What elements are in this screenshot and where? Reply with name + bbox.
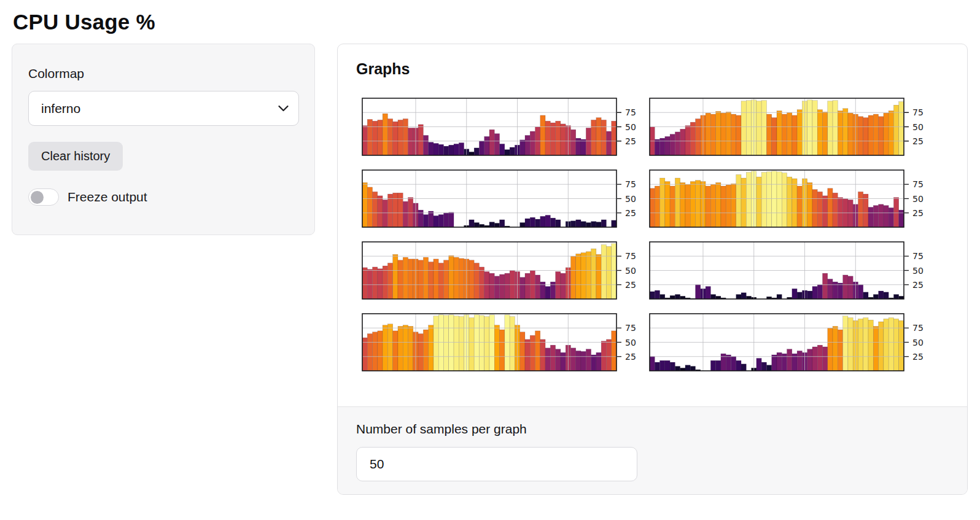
ytick-label: 50 [912, 194, 924, 204]
ytick-label: 50 [625, 338, 636, 347]
ytick-label: 50 [912, 122, 924, 132]
cpu-graph-graph-3: 255075 [362, 169, 644, 228]
graphs-grid: 2550752550752550752550752550752550752550… [362, 98, 967, 372]
ytick-label: 25 [625, 280, 636, 290]
ytick-label: 75 [625, 251, 636, 261]
ytick-label: 25 [912, 280, 924, 290]
main-layout: Colormap inferno Clear history Freeze ou… [0, 44, 980, 495]
ytick-label: 75 [912, 323, 924, 333]
cpu-graph-cell: 255075 [649, 169, 931, 228]
samples-input[interactable] [356, 447, 637, 481]
graphs-heading: Graphs [356, 60, 967, 78]
cpu-graph-cell: 255075 [649, 241, 931, 300]
cpu-graph-cell: 255075 [362, 241, 644, 300]
clear-history-button[interactable]: Clear history [28, 142, 123, 171]
ytick-label: 75 [625, 107, 636, 117]
ytick-label: 25 [912, 208, 924, 218]
ytick-label: 75 [912, 107, 924, 117]
ytick-label: 25 [912, 352, 924, 362]
cpu-graph-graph-1: 255075 [362, 98, 644, 157]
cpu-graph-graph-8: 255075 [649, 313, 931, 372]
colormap-label: Colormap [28, 66, 297, 81]
cpu-graph-graph-5: 255075 [362, 241, 644, 300]
cpu-graph-graph-2: 255075 [649, 98, 931, 157]
cpu-graph-graph-6: 255075 [649, 241, 931, 300]
toggle-knob [31, 191, 44, 204]
ytick-label: 75 [912, 179, 924, 189]
ytick-label: 25 [912, 136, 924, 146]
ytick-label: 25 [625, 208, 636, 218]
ytick-label: 25 [625, 352, 636, 362]
graphs-card: Graphs 255075255075255075255075255075255… [337, 44, 968, 495]
samples-footer: Number of samples per graph [338, 406, 967, 494]
colormap-select-wrap: inferno [28, 91, 299, 126]
freeze-output-row: Freeze output [28, 188, 297, 206]
ytick-label: 75 [625, 179, 636, 189]
freeze-output-toggle[interactable] [28, 188, 59, 206]
ytick-label: 75 [912, 251, 924, 261]
cpu-graph-graph-4: 255075 [649, 169, 931, 228]
cpu-graph-cell: 255075 [362, 98, 644, 157]
controls-card: Colormap inferno Clear history Freeze ou… [12, 44, 315, 235]
graphs-area: Graphs 255075255075255075255075255075255… [338, 44, 967, 406]
ytick-label: 75 [625, 323, 636, 333]
samples-label: Number of samples per graph [356, 422, 967, 437]
ytick-label: 50 [912, 338, 924, 347]
ytick-label: 25 [625, 136, 636, 146]
cpu-graph-cell: 255075 [649, 313, 931, 372]
cpu-graph-cell: 255075 [362, 313, 644, 372]
cpu-graph-graph-7: 255075 [362, 313, 644, 372]
cpu-graph-cell: 255075 [649, 98, 931, 157]
freeze-output-label: Freeze output [68, 190, 147, 204]
ytick-label: 50 [625, 122, 636, 132]
colormap-select[interactable]: inferno [28, 91, 299, 126]
ytick-label: 50 [912, 266, 924, 276]
ytick-label: 50 [625, 194, 636, 204]
ytick-label: 50 [625, 266, 636, 276]
page-title: CPU Usage % [13, 10, 980, 34]
cpu-graph-cell: 255075 [362, 169, 644, 228]
